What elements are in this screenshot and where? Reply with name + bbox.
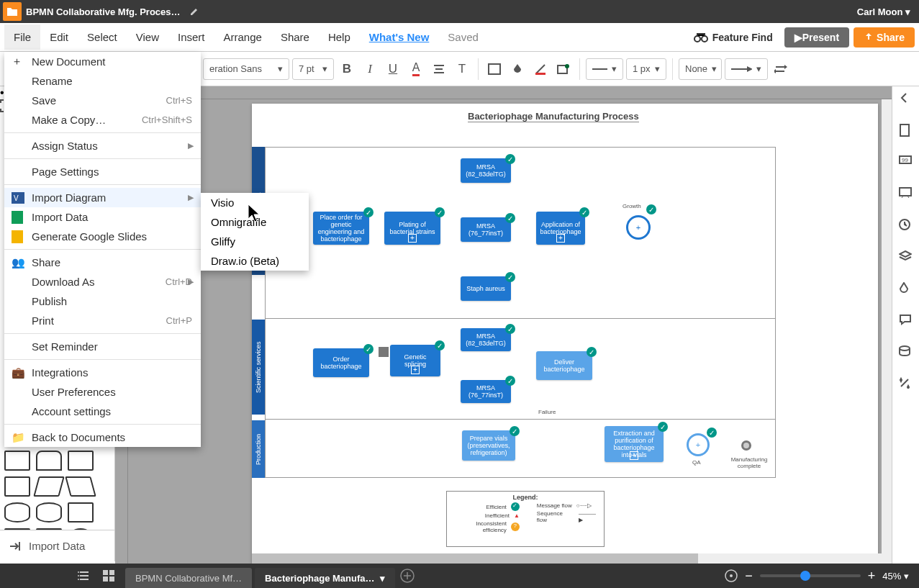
shape-thumb[interactable] bbox=[36, 451, 62, 471]
italic-icon[interactable]: I bbox=[360, 59, 380, 79]
cycle-icon[interactable]: + bbox=[687, 433, 710, 456]
menu-whats-new[interactable]: What's New bbox=[360, 24, 439, 50]
comment-icon[interactable]: 99 bbox=[899, 155, 913, 170]
menu-account-settings[interactable]: Account settings bbox=[4, 402, 201, 421]
line-style-select[interactable]: ▾ bbox=[586, 58, 623, 80]
zoom-out-icon[interactable]: − bbox=[745, 569, 753, 584]
end-event[interactable] bbox=[741, 440, 751, 451]
magic-icon[interactable] bbox=[899, 377, 913, 392]
task-node[interactable]: Place order for genetic engineering and … bbox=[313, 212, 369, 245]
canvas[interactable]: Bacteriophage Manufacturing Process Lab … bbox=[115, 86, 892, 564]
menu-integrations[interactable]: 💼Integrations bbox=[4, 363, 201, 382]
page-tab[interactable]: BPMN Collaborative Mf… bbox=[125, 568, 252, 588]
edit-title-icon[interactable] bbox=[189, 6, 199, 17]
lane-header[interactable]: Scientific services bbox=[252, 320, 265, 415]
line-width-select[interactable]: 1 px▾ bbox=[626, 58, 666, 80]
task-node[interactable]: Deliver bacteriophage✓ bbox=[536, 351, 592, 380]
data-icon[interactable] bbox=[899, 345, 913, 360]
cycle-icon[interactable]: + bbox=[626, 215, 651, 240]
collapse-icon[interactable] bbox=[899, 92, 913, 107]
line-color-icon[interactable] bbox=[530, 59, 551, 79]
menu-back-to-documents[interactable]: 📁Back to Documents bbox=[4, 428, 201, 447]
shape-thumb[interactable] bbox=[65, 476, 96, 497]
task-node[interactable]: MRSA (76_77insT)✓ bbox=[461, 217, 511, 242]
menu-publish[interactable]: Publish bbox=[4, 291, 201, 311]
menu-select[interactable]: Select bbox=[78, 24, 127, 50]
align-icon[interactable] bbox=[429, 59, 449, 79]
shape-thumb[interactable] bbox=[4, 476, 30, 497]
import-data-button[interactable]: Import Data bbox=[0, 530, 114, 561]
menu-generate-slides[interactable]: Generate Google Slides bbox=[4, 227, 201, 246]
document-title[interactable]: BPMN Collaborative Mfg. Proces… bbox=[26, 6, 181, 17]
task-node[interactable]: Order bacteriophage✓ bbox=[313, 348, 369, 377]
shape-options-icon[interactable] bbox=[553, 59, 574, 79]
submenu-drawio[interactable]: Draw.io (Beta) bbox=[201, 251, 309, 271]
add-page-icon[interactable] bbox=[395, 564, 420, 588]
arrow-start-select[interactable]: None▾ bbox=[679, 58, 722, 80]
shape-thumb[interactable] bbox=[68, 451, 94, 471]
menu-rename[interactable]: Rename bbox=[4, 71, 201, 91]
zoom-level[interactable]: 45% ▾ bbox=[882, 571, 909, 582]
zoom-slider[interactable] bbox=[760, 574, 861, 577]
fill-color-icon[interactable] bbox=[507, 59, 528, 79]
page-tab-active[interactable]: Bacteriophage Manufa… ▾ bbox=[255, 568, 395, 588]
task-node[interactable]: Prepare vials (preservatives, refrigerat… bbox=[462, 430, 515, 461]
menu-help[interactable]: Help bbox=[319, 24, 360, 50]
task-node[interactable]: MRSA (82_83delTG)✓ bbox=[461, 158, 511, 183]
font-size-select[interactable]: 7 pt ▾ bbox=[292, 58, 334, 80]
shape-thumb[interactable] bbox=[36, 502, 62, 523]
menu-assign-status[interactable]: Assign Status▶ bbox=[4, 136, 201, 155]
task-node[interactable]: Extraction and purification of bacteriop… bbox=[605, 426, 664, 462]
task-node[interactable]: Application of bacteriophage+✓ bbox=[536, 212, 585, 245]
shape-thumb[interactable] bbox=[33, 476, 65, 497]
list-view-icon[interactable] bbox=[72, 564, 96, 588]
task-node[interactable]: Plating of bacterial strains+✓ bbox=[384, 212, 440, 245]
page-icon[interactable] bbox=[899, 124, 913, 138]
layers-icon[interactable] bbox=[899, 250, 913, 265]
menu-edit[interactable]: Edit bbox=[40, 24, 78, 50]
shape-thumb[interactable] bbox=[4, 451, 30, 471]
menu-insert[interactable]: Insert bbox=[168, 24, 214, 50]
drop-icon[interactable] bbox=[899, 282, 913, 297]
menu-share-file[interactable]: 👥Share bbox=[4, 253, 201, 272]
bold-icon[interactable]: B bbox=[337, 59, 357, 79]
share-button[interactable]: Share bbox=[854, 27, 915, 48]
horizontal-scrollbar[interactable] bbox=[252, 553, 892, 564]
grid-view-icon[interactable] bbox=[96, 564, 121, 588]
underline-icon[interactable]: U bbox=[383, 59, 403, 79]
menu-new-document[interactable]: ＋New Document bbox=[4, 52, 201, 71]
menu-arrange[interactable]: Arrange bbox=[214, 24, 271, 50]
present-icon[interactable] bbox=[899, 187, 913, 202]
feature-find[interactable]: Feature Find bbox=[687, 32, 780, 43]
menu-download-as[interactable]: Download AsCtrl+D▶ bbox=[4, 272, 201, 291]
vertical-scrollbar[interactable] bbox=[882, 99, 892, 553]
menu-print[interactable]: PrintCtrl+P bbox=[4, 311, 201, 330]
lane-header[interactable]: Production bbox=[252, 420, 265, 478]
user-menu[interactable]: Carl Moon ▾ bbox=[857, 6, 910, 17]
menu-view[interactable]: View bbox=[127, 24, 168, 50]
shape-fill-icon[interactable] bbox=[484, 59, 504, 79]
shape-thumb[interactable] bbox=[68, 502, 94, 523]
menu-set-reminder[interactable]: Set Reminder bbox=[4, 337, 201, 356]
swap-arrows-icon[interactable] bbox=[771, 59, 791, 79]
present-button[interactable]: ▶ Present bbox=[784, 27, 849, 48]
task-node[interactable]: Staph aureus✓ bbox=[461, 276, 511, 301]
folder-icon[interactable] bbox=[3, 2, 22, 21]
zoom-in-icon[interactable]: + bbox=[868, 569, 876, 584]
history-icon[interactable] bbox=[899, 219, 913, 233]
shape-thumb[interactable] bbox=[4, 502, 30, 523]
chat-icon[interactable] bbox=[899, 314, 913, 328]
diagram-page[interactable]: Bacteriophage Manufacturing Process Lab … bbox=[252, 104, 878, 564]
task-node[interactable]: MRSA (82_83delTG)✓ bbox=[461, 328, 511, 351]
menu-page-settings[interactable]: Page Settings bbox=[4, 162, 201, 181]
arrow-end-select[interactable]: ▾ bbox=[725, 58, 768, 80]
text-tool-icon[interactable]: T bbox=[452, 59, 472, 79]
task-node[interactable]: MRSA (76_77insT)✓ bbox=[461, 380, 511, 403]
submenu-gliffy[interactable]: Gliffy bbox=[201, 232, 309, 251]
font-select[interactable]: eration Sans ▾ bbox=[203, 58, 289, 80]
menu-share[interactable]: Share bbox=[271, 24, 319, 50]
zoom-fit-icon[interactable] bbox=[725, 569, 738, 582]
task-node[interactable]: Genetic splicing+✓ bbox=[390, 345, 440, 376]
menu-file[interactable]: File bbox=[4, 24, 40, 50]
menu-import-diagram[interactable]: V Import Diagram▶ bbox=[4, 188, 201, 207]
